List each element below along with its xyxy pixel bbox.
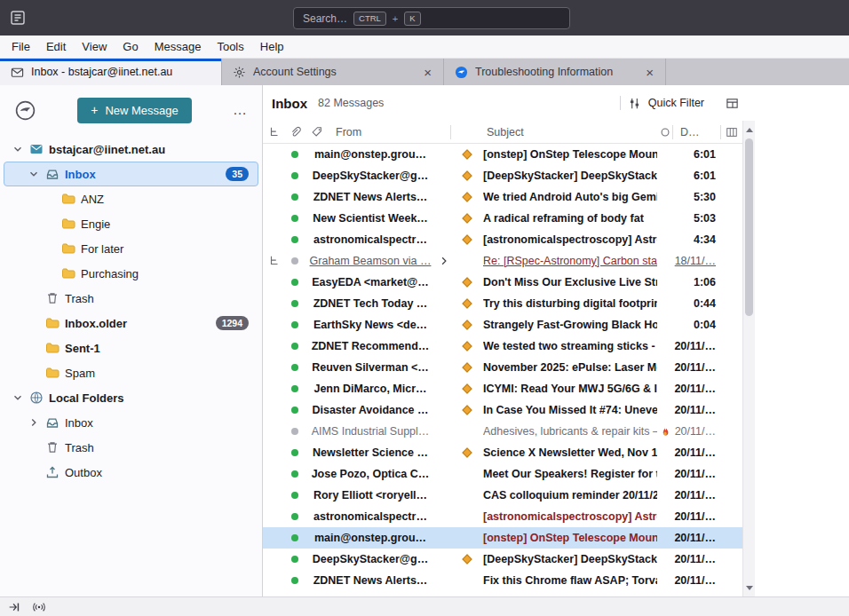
- read-status-column-icon[interactable]: [657, 125, 673, 139]
- attachment-column-icon[interactable]: [286, 126, 304, 138]
- chevron-down-icon[interactable]: [12, 143, 24, 155]
- message-row[interactable]: astronomicalspectr… [astronomicalspectro…: [263, 506, 742, 527]
- message-list-display-options-icon[interactable]: [726, 97, 739, 110]
- reader-panel-icon[interactable]: [9, 9, 27, 27]
- unread-dot: [291, 470, 298, 478]
- message-row[interactable]: ZDNET Recommend… We tested two streaming…: [263, 336, 742, 357]
- sidebar-item-for-later[interactable]: For later: [4, 236, 258, 261]
- unread-dot: [291, 172, 298, 179]
- folder-label: Trash: [65, 441, 258, 454]
- message-row[interactable]: Disaster Avoidance … In Case You Missed …: [263, 399, 742, 421]
- sidebar-item-spam[interactable]: Spam: [4, 360, 258, 385]
- scroll-down-arrow[interactable]: [743, 580, 755, 595]
- from-column-header[interactable]: From: [304, 126, 437, 138]
- tab-troubleshooting-information[interactable]: Troubleshooting Information ×: [444, 59, 666, 85]
- message-row[interactable]: New Scientist Week… A radical reframing …: [263, 208, 742, 229]
- message-date: 20/11/…: [673, 446, 721, 459]
- message-row[interactable]: ZDNET Tech Today … Try this disturbing d…: [263, 293, 742, 314]
- message-subject: [astronomicalspectroscopy] Astro…: [483, 510, 657, 523]
- sidebar-item-outbox[interactable]: Outbox: [4, 460, 258, 485]
- message-row[interactable]: DeepSkyStacker@g… [DeepSkyStacker] DeepS…: [263, 165, 742, 186]
- message-row[interactable]: ZDNET News Alerts… We tried Android Auto…: [263, 186, 742, 208]
- sidebar-item-inbox[interactable]: Inbox 35: [4, 162, 258, 186]
- message-date: 20/11/…: [673, 425, 721, 438]
- folder-icon: [61, 192, 75, 206]
- global-search-input[interactable]: Search… CTRL + K: [293, 7, 570, 29]
- message-row[interactable]: ZDNET News Alerts… Fix this Chrome flaw …: [263, 570, 742, 591]
- column-picker-icon[interactable]: [721, 126, 742, 138]
- thread-column-icon[interactable]: [263, 126, 286, 138]
- unread-count-badge: 35: [226, 167, 249, 181]
- subject-column-label[interactable]: Subject: [483, 126, 657, 138]
- quick-filter-icon[interactable]: [628, 97, 641, 110]
- menu-file[interactable]: File: [4, 36, 38, 59]
- message-row[interactable]: astronomicalspectr… [astronomicalspectro…: [263, 229, 742, 250]
- scrollbar-thumb[interactable]: [745, 138, 753, 316]
- quick-filter-label[interactable]: Quick Filter: [648, 97, 704, 109]
- sidebar-item-purchasing[interactable]: Purchasing: [4, 261, 258, 286]
- chevron-down-icon[interactable]: [28, 168, 40, 180]
- message-subject: Science X Newsletter Wed, Nov 19: [483, 446, 657, 459]
- sidebar-item-trash[interactable]: Trash: [4, 286, 258, 311]
- menu-message[interactable]: Message: [147, 36, 210, 59]
- message-row[interactable]: EarthSky News <de… Strangely Fast-Growin…: [263, 314, 742, 336]
- message-row[interactable]: main@onstep.grou… [onstep] OnStep Telesc…: [263, 144, 742, 165]
- message-list-scrollbar[interactable]: [742, 121, 755, 596]
- folder-label: Spam: [65, 367, 258, 380]
- message-from: main@onstep.grou…: [304, 532, 437, 544]
- flag-diamond-icon: [462, 341, 472, 351]
- message-row[interactable]: Newsletter Science … Science X Newslette…: [263, 442, 742, 463]
- sidebar-item-bstajcar-iinet-net-au[interactable]: bstajcar@iinet.net.au: [4, 137, 258, 162]
- menu-tools[interactable]: Tools: [209, 36, 251, 59]
- message-row[interactable]: Rory Elliott <roryell… CAS colloquium re…: [263, 485, 742, 506]
- folder-label: ANZ: [81, 193, 258, 206]
- menu-help[interactable]: Help: [252, 36, 292, 59]
- message-row[interactable]: Jose Pozo, Optica C… Meet Our Speakers! …: [263, 463, 742, 485]
- column-header-row: From Subject D…: [263, 121, 742, 144]
- chevron-right-icon[interactable]: [28, 416, 40, 429]
- date-column-label[interactable]: D…: [673, 125, 721, 139]
- sidebar-item-trash[interactable]: Trash: [4, 435, 258, 460]
- sidebar-item-inbox-older[interactable]: Inbox.older 1294: [4, 311, 258, 336]
- message-subject: Strangely Fast-Growing Black Hole: [483, 319, 657, 331]
- message-subject: A radical reframing of body fat: [483, 212, 657, 225]
- new-message-button[interactable]: + New Message: [77, 98, 192, 123]
- message-from: Jenn DiMarco, Micr…: [304, 383, 437, 395]
- folder-pane-options-icon[interactable]: …: [233, 102, 248, 118]
- expand-thread-icon[interactable]: [437, 256, 451, 266]
- sidebar-item-anz[interactable]: ANZ: [4, 186, 258, 211]
- sidebar-item-engie[interactable]: Engie: [4, 211, 258, 236]
- tab-account-settings[interactable]: Account Settings ×: [222, 59, 444, 85]
- message-row[interactable]: Reuven Silverman <… November 2025: ePuls…: [263, 357, 742, 378]
- menu-view[interactable]: View: [74, 36, 115, 59]
- tab-close-icon[interactable]: ×: [419, 66, 436, 79]
- tab-inbox-bstajcar-iinet-net-au[interactable]: Inbox - bstajcar@iinet.net.au: [0, 59, 222, 85]
- thunderbird-logo-icon[interactable]: [14, 99, 36, 122]
- message-subject: [DeepSkyStacker] DeepSkyStacker…: [483, 553, 657, 565]
- message-from: Rory Elliott <roryell…: [304, 489, 437, 501]
- new-message-label: New Message: [105, 104, 178, 117]
- unread-dot: [291, 449, 298, 456]
- sidebar-item-inbox[interactable]: Inbox: [4, 410, 258, 435]
- menu-edit[interactable]: Edit: [38, 36, 74, 59]
- message-date: 20/11/…: [673, 489, 721, 501]
- tab-close-icon[interactable]: ×: [641, 66, 658, 79]
- message-row[interactable]: Graham Beamson via … Re: [RSpec-Astronom…: [263, 250, 742, 272]
- message-row[interactable]: EasyEDA <market@… Don't Miss Our Exclusi…: [263, 272, 742, 293]
- network-status-icon[interactable]: [32, 600, 46, 614]
- message-date: 20/11/…: [673, 361, 721, 374]
- menu-go[interactable]: Go: [115, 36, 146, 59]
- sidebar-item-local-folders[interactable]: Local Folders: [4, 385, 258, 410]
- message-preview-pane-empty: [755, 85, 849, 596]
- message-from: EarthSky News <de…: [304, 319, 437, 331]
- message-row[interactable]: DeepSkyStacker@g… [DeepSkyStacker] DeepS…: [263, 549, 742, 570]
- sidebar-item-sent-1[interactable]: Sent-1: [4, 336, 258, 360]
- dock-panel-icon[interactable]: [7, 600, 21, 614]
- tag-column-icon[interactable]: [311, 126, 323, 138]
- scroll-up-arrow[interactable]: [743, 122, 755, 137]
- folder-icon: [45, 341, 60, 355]
- message-row[interactable]: main@onstep.grou… [onstep] OnStep Telesc…: [263, 527, 742, 549]
- message-row[interactable]: AIMS Industrial Suppl… Adhesives, lubric…: [263, 421, 742, 442]
- chevron-down-icon[interactable]: [12, 391, 24, 404]
- message-row[interactable]: Jenn DiMarco, Micr… ICYMI: Read Your MWJ…: [263, 378, 742, 399]
